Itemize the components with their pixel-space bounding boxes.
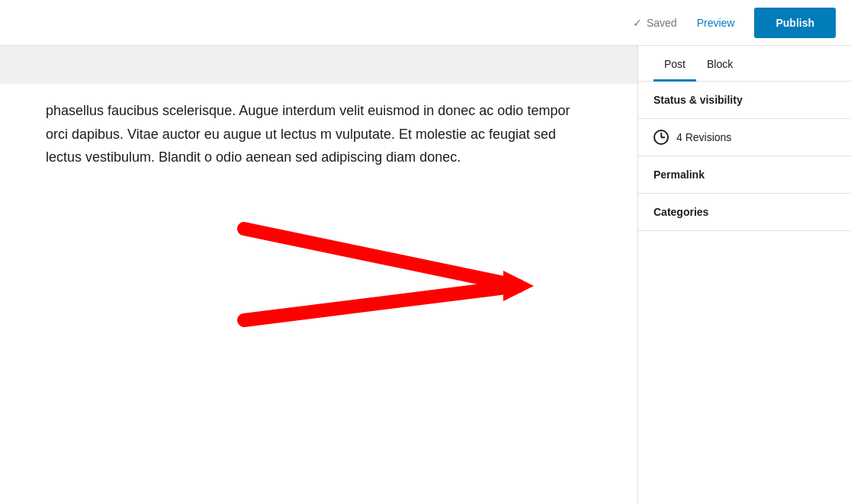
editor-content: phasellus faucibus scelerisque. Augue in… [46,99,592,169]
sidebar: Post Block Status & visibility 4 Revisio… [637,46,851,504]
permalink-section: Permalink [638,156,851,194]
publish-button[interactable]: Publish [754,8,836,38]
categories-header[interactable]: Categories [638,194,851,230]
revisions-row[interactable]: 4 Revisions [638,119,851,156]
annotation-arrow [153,137,610,351]
categories-section: Categories [638,194,851,231]
sidebar-panel: Status & visibility 4 Revisions Permalin… [638,82,851,504]
svg-line-1 [244,286,519,320]
clock-icon [654,130,669,145]
status-visibility-section: Status & visibility [638,82,851,119]
status-visibility-label: Status & visibility [654,94,743,106]
sidebar-tabs: Post Block [638,46,851,82]
svg-line-0 [244,229,519,286]
permalink-label: Permalink [654,169,705,181]
status-visibility-header[interactable]: Status & visibility [638,82,851,118]
editor-paragraph: phasellus faucibus scelerisque. Augue in… [46,99,592,169]
main-layout: phasellus faucibus scelerisque. Augue in… [0,46,851,504]
tab-block[interactable]: Block [696,46,743,82]
toolbar: ✓ Saved Preview Publish [0,0,851,46]
preview-button[interactable]: Preview [689,12,743,34]
permalink-header[interactable]: Permalink [638,156,851,193]
svg-marker-2 [503,271,534,301]
editor-gray-bar [0,46,637,84]
categories-label: Categories [654,206,708,218]
revisions-label: 4 Revisions [676,131,731,143]
editor-area: phasellus faucibus scelerisque. Augue in… [0,46,637,504]
checkmark-icon: ✓ [633,17,642,29]
saved-label: Saved [647,17,677,29]
tab-post[interactable]: Post [654,46,696,82]
saved-status: ✓ Saved [633,17,677,29]
